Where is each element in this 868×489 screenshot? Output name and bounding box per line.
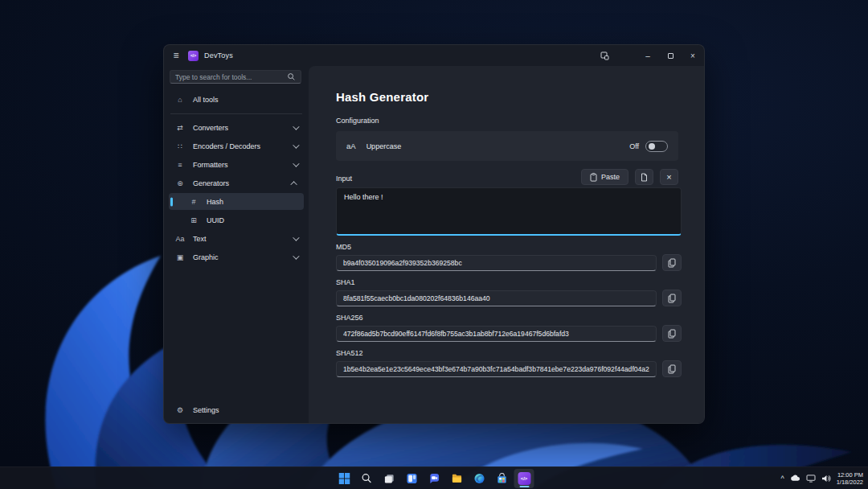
store-icon [496, 473, 507, 484]
sidebar-item-label: Text [193, 235, 207, 243]
sidebar-item-graphic[interactable]: ▣ Graphic [169, 249, 304, 265]
network-icon[interactable] [806, 475, 816, 483]
taskbar-search-button[interactable] [357, 469, 377, 488]
input-label: Input [336, 175, 352, 185]
configuration-label: Configuration [336, 117, 678, 125]
input-textarea[interactable]: Hello there ! [336, 187, 682, 236]
sidebar-nav: ⌂ All tools ⇄ Converters ∷ Encoders / De… [164, 90, 309, 266]
sidebar-item-encoders-decoders[interactable]: ∷ Encoders / Decoders [169, 138, 304, 154]
paste-button[interactable]: Paste [581, 169, 628, 185]
chevron-down-icon [293, 123, 299, 129]
search-input[interactable] [175, 73, 287, 81]
sidebar-divider [170, 113, 302, 114]
widgets-icon [406, 473, 417, 484]
hash-output-md5: MD5 [336, 243, 682, 271]
chevron-down-icon [293, 253, 299, 259]
maximize-icon [668, 53, 674, 59]
sidebar-item-formatters[interactable]: ≡ Formatters [169, 156, 304, 173]
chevron-down-icon [293, 234, 299, 240]
sidebar: ⌂ All tools ⇄ Converters ∷ Encoders / De… [164, 66, 309, 423]
copy-button[interactable] [662, 360, 682, 377]
task-view-icon [383, 473, 395, 484]
volume-icon[interactable] [821, 475, 831, 483]
sidebar-item-converters[interactable]: ⇄ Converters [169, 119, 304, 136]
sidebar-item-hash[interactable]: # Hash [169, 193, 304, 210]
close-icon: × [666, 172, 671, 182]
tray-date: 1/18/2022 [837, 479, 863, 486]
hash-label: SHA512 [336, 349, 682, 357]
search-box[interactable] [170, 70, 301, 84]
maximize-button[interactable] [659, 45, 682, 66]
sidebar-item-uuid[interactable]: ⊞ UUID [169, 212, 304, 228]
desktop: ≡ </> DevToys – × ⌂ [0, 0, 868, 489]
edge-icon [473, 473, 485, 484]
chat-icon [428, 473, 440, 484]
taskbar-apps: </> [334, 469, 534, 488]
taskbar-devtoys-button[interactable]: </> [514, 469, 534, 488]
onedrive-cloud-icon[interactable] [790, 475, 800, 482]
start-button[interactable] [334, 469, 354, 488]
encoders-icon: ∷ [175, 142, 185, 150]
compact-overlay-icon[interactable] [593, 45, 616, 66]
copy-button[interactable] [662, 325, 682, 342]
sidebar-item-all-tools[interactable]: ⌂ All tools [169, 91, 304, 108]
devtoys-logo-icon: </> [188, 51, 199, 61]
sha1-field[interactable] [336, 290, 657, 306]
toggle-knob [649, 143, 655, 150]
widgets-button[interactable] [402, 469, 422, 488]
formatters-icon: ≡ [175, 161, 185, 169]
input-toolbar: Input Paste × [336, 169, 678, 185]
paste-label: Paste [601, 173, 620, 181]
copy-icon [668, 258, 676, 268]
sidebar-item-label: Settings [193, 406, 219, 414]
devtoys-icon: </> [518, 472, 530, 485]
selected-indicator [170, 197, 173, 206]
sidebar-item-label: Encoders / Decoders [193, 142, 260, 150]
titlebar: ≡ </> DevToys – × [164, 45, 704, 66]
sidebar-item-text[interactable]: Aa Text [169, 230, 304, 247]
hash-output-sha1: SHA1 [336, 278, 682, 306]
sidebar-item-settings[interactable]: ⚙ Settings [169, 401, 304, 418]
home-icon: ⌂ [175, 96, 185, 104]
tray-chevron-up-icon[interactable]: ^ [780, 475, 784, 483]
md5-field[interactable] [336, 255, 657, 271]
copy-icon [668, 364, 676, 374]
file-explorer-button[interactable] [447, 469, 467, 488]
open-file-button[interactable] [635, 169, 653, 185]
clear-button[interactable]: × [660, 169, 678, 185]
devtoys-window: ≡ </> DevToys – × ⌂ [163, 44, 705, 424]
sidebar-item-generators[interactable]: ⊛ Generators [169, 175, 304, 191]
sidebar-item-label: Graphic [193, 253, 219, 261]
close-button[interactable]: × [682, 45, 704, 66]
chat-button[interactable] [424, 469, 444, 488]
uppercase-setting-card: aA Uppercase Off [336, 131, 678, 161]
hamburger-menu-icon[interactable]: ≡ [164, 50, 188, 61]
sidebar-item-label: All tools [193, 96, 219, 104]
file-icon [641, 173, 648, 182]
edge-button[interactable] [469, 469, 489, 488]
search-icon [287, 72, 296, 81]
hash-label: SHA1 [336, 278, 682, 286]
taskbar: </> ^ 12:00 PM 1/18/2022 [0, 466, 868, 489]
window-title: DevToys [204, 51, 233, 60]
graphic-icon: ▣ [175, 253, 185, 261]
store-button[interactable] [492, 469, 512, 488]
generators-icon: ⊛ [175, 179, 185, 187]
clock[interactable]: 12:00 PM 1/18/2022 [837, 471, 863, 486]
sha512-field[interactable] [336, 361, 657, 377]
sidebar-item-label: UUID [207, 216, 224, 224]
copy-icon [668, 294, 676, 303]
copy-button[interactable] [662, 254, 682, 271]
sha256-field[interactable] [336, 326, 657, 342]
task-view-button[interactable] [379, 469, 399, 488]
sidebar-item-label: Generators [193, 179, 229, 187]
sidebar-item-label: Converters [193, 124, 228, 132]
copy-button[interactable] [662, 290, 682, 306]
minimize-button[interactable]: – [637, 45, 659, 66]
sidebar-item-label: Hash [207, 198, 223, 206]
hash-icon: # [189, 198, 199, 206]
uppercase-toggle[interactable] [645, 141, 668, 152]
uppercase-icon: aA [346, 142, 356, 150]
chevron-down-icon [293, 160, 299, 166]
toggle-state-label: Off [629, 142, 639, 150]
